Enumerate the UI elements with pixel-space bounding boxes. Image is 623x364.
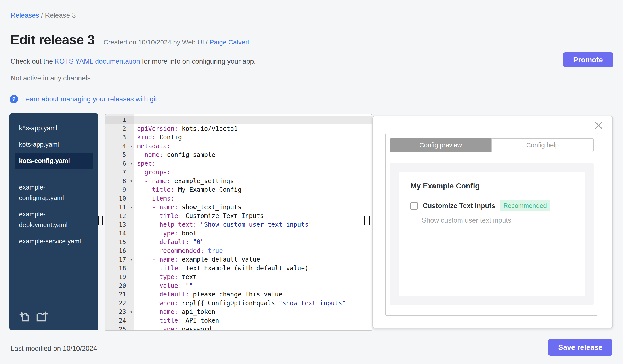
code-text[interactable]: - name: api_token	[134, 307, 372, 316]
code-text[interactable]: type: password	[134, 325, 372, 331]
preview-tabbar: Config previewConfig help	[390, 138, 594, 152]
line-number: 15	[106, 238, 134, 246]
add-file-icon[interactable]	[19, 311, 30, 322]
code-line[interactable]: 8▾ - name: example_settings	[106, 177, 372, 185]
code-line[interactable]: 13 help_text: "Show custom user text inp…	[106, 220, 372, 229]
breadcrumb-releases-link[interactable]: Releases	[11, 12, 39, 19]
code-line[interactable]: 18 title: Text Example (with default val…	[106, 264, 372, 273]
sidebar-item-kots-config.yaml[interactable]: kots-config.yaml	[15, 153, 93, 169]
code-line[interactable]: 24 title: API token	[106, 316, 372, 325]
code-text[interactable]: apiVersion: kots.io/v1beta1	[134, 124, 372, 133]
code-text[interactable]: kind: Config	[134, 133, 372, 142]
code-text[interactable]: - name: example_default_value	[134, 255, 372, 264]
breadcrumb-current: Release 3	[45, 12, 76, 19]
code-line[interactable]: 10 items:	[106, 194, 372, 203]
code-line[interactable]: 19 type: text	[106, 273, 372, 281]
code-text[interactable]: title: Customize Text Inputs	[134, 212, 372, 221]
release-created-meta: Created on 10/10/2024 by Web UI / Paige …	[104, 39, 249, 46]
preview-body: My Example Config Customize Text Inputs …	[390, 163, 594, 305]
fold-arrow-icon[interactable]: ▾	[130, 144, 133, 148]
code-text[interactable]: title: API token	[134, 316, 372, 325]
code-line[interactable]: 1---	[106, 116, 372, 124]
code-text[interactable]: - name: example_settings	[134, 177, 372, 185]
code-line[interactable]: 9 title: My Example Config	[106, 185, 372, 194]
code-text[interactable]: default: "0"	[134, 238, 372, 246]
code-line[interactable]: 17▾ - name: example_default_value	[106, 255, 372, 264]
save-release-button[interactable]: Save release	[548, 339, 612, 356]
fold-arrow-icon[interactable]: ▾	[130, 310, 133, 314]
line-number: 23▾	[106, 307, 134, 316]
git-releases-link[interactable]: Learn about managing your releases with …	[22, 95, 157, 103]
editor-resize-handle[interactable]	[364, 216, 370, 225]
code-line[interactable]: 2apiVersion: kots.io/v1beta1	[106, 124, 372, 133]
code-line[interactable]: 22 when: repl{{ ConfigOptionEquals "show…	[106, 299, 372, 308]
code-text[interactable]: title: Text Example (with default value)	[134, 264, 372, 273]
code-line[interactable]: 5 name: config-sample	[106, 150, 372, 159]
yaml-code-editor[interactable]: 1---2apiVersion: kots.io/v1beta13kind: C…	[105, 114, 372, 331]
line-number: 13	[106, 220, 134, 229]
channel-status: Not active in any channels	[11, 74, 91, 82]
line-number: 2	[106, 124, 134, 133]
breadcrumb-separator: /	[39, 12, 45, 19]
code-line[interactable]: 4▾metadata:	[106, 142, 372, 151]
code-line[interactable]: 6▾spec:	[106, 159, 372, 168]
code-text[interactable]: items:	[134, 194, 372, 203]
fold-arrow-icon[interactable]: ▾	[130, 179, 133, 183]
line-number: 19	[106, 273, 134, 281]
line-number: 6▾	[106, 159, 134, 168]
code-text[interactable]: title: My Example Config	[134, 185, 372, 194]
line-number: 17▾	[106, 255, 134, 264]
add-folder-icon[interactable]	[36, 311, 48, 322]
promote-button[interactable]: Promote	[563, 52, 613, 67]
code-line[interactable]: 23▾ - name: api_token	[106, 307, 372, 316]
code-line[interactable]: 3kind: Config	[106, 133, 372, 142]
code-line[interactable]: 15 default: "0"	[106, 238, 372, 246]
code-text[interactable]: spec:	[134, 159, 372, 168]
line-number: 20	[106, 281, 134, 290]
code-line[interactable]: 14 type: bool	[106, 229, 372, 238]
fold-arrow-icon[interactable]: ▾	[130, 205, 133, 209]
fold-arrow-icon[interactable]: ▾	[130, 257, 133, 262]
code-text[interactable]: groups:	[134, 168, 372, 177]
sidebar-item-example-deployment.yaml[interactable]: example-deployment.yaml	[9, 206, 94, 233]
code-line[interactable]: 21 default: please change this value	[106, 290, 372, 299]
code-line[interactable]: 12 title: Customize Text Inputs	[106, 212, 372, 221]
sidebar-item-example-service.yaml[interactable]: example-service.yaml	[9, 233, 94, 249]
config-help-text: Show custom user text inputs	[422, 217, 573, 224]
code-text[interactable]: default: please change this value	[134, 290, 372, 299]
code-line[interactable]: 16 recommended: true	[106, 246, 372, 255]
code-text[interactable]: recommended: true	[134, 246, 372, 255]
author-link[interactable]: Paige Calvert	[210, 39, 249, 46]
code-line[interactable]: 25 type: password	[106, 325, 372, 331]
kots-docs-link[interactable]: KOTS YAML documentation	[55, 58, 140, 65]
code-text[interactable]: ---	[134, 116, 372, 124]
created-text: Created on 10/10/2024 by Web UI /	[104, 39, 210, 46]
sidebar-resize-handle[interactable]	[98, 216, 104, 225]
tab-config-help[interactable]: Config help	[491, 138, 594, 152]
code-line[interactable]: 7 groups:	[106, 168, 372, 177]
sidebar-item-example-configmap.yaml[interactable]: example-configmap.yaml	[9, 179, 94, 206]
code-text[interactable]: when: repl{{ ConfigOptionEquals "show_te…	[134, 299, 372, 308]
fold-arrow-icon[interactable]: ▾	[130, 161, 133, 166]
code-text[interactable]: - name: show_text_inputs	[134, 203, 372, 212]
code-line[interactable]: 20 value: ""	[106, 281, 372, 290]
code-text[interactable]: value: ""	[134, 281, 372, 290]
line-number: 5	[106, 150, 134, 159]
line-number: 18	[106, 264, 134, 273]
docs-suffix: for more info on configuring your app.	[140, 58, 256, 65]
code-text[interactable]: type: bool	[134, 229, 372, 238]
close-icon[interactable]	[594, 121, 603, 130]
code-text[interactable]: type: text	[134, 273, 372, 281]
line-number: 21	[106, 290, 134, 299]
git-releases-link-row[interactable]: ? Learn about managing your releases wit…	[10, 95, 157, 103]
code-text[interactable]: metadata:	[134, 142, 372, 151]
code-text[interactable]: help_text: "Show custom user text inputs…	[134, 220, 372, 229]
tab-config-preview[interactable]: Config preview	[390, 138, 491, 152]
line-number: 4▾	[106, 142, 134, 151]
code-text[interactable]: name: config-sample	[134, 150, 372, 159]
sidebar-item-kots-app.yaml[interactable]: kots-app.yaml	[9, 136, 94, 153]
config-checkbox[interactable]	[410, 202, 418, 210]
code-line[interactable]: 11▾ - name: show_text_inputs	[106, 203, 372, 212]
preview-card: Config previewConfig help My Example Con…	[385, 133, 599, 316]
sidebar-item-k8s-app.yaml[interactable]: k8s-app.yaml	[9, 120, 94, 136]
